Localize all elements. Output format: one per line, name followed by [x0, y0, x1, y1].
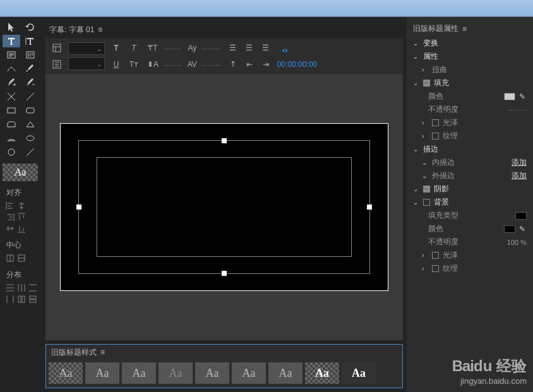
dist-1[interactable] — [5, 283, 15, 293]
delete-anchor-tool[interactable] — [21, 76, 39, 89]
align-left[interactable] — [5, 201, 15, 211]
texture-checkbox[interactable] — [432, 133, 439, 140]
align-top[interactable] — [16, 212, 27, 222]
style-preview-swatch[interactable]: Aa — [3, 163, 38, 181]
fill-color-swatch[interactable] — [504, 93, 515, 100]
ellipse-tool[interactable] — [21, 132, 39, 145]
align-right[interactable] — [5, 212, 15, 222]
italic-icon[interactable]: T — [126, 41, 141, 55]
sheen-checkbox[interactable] — [432, 119, 439, 126]
vertical-type-tool[interactable] — [21, 35, 39, 47]
underline-icon[interactable]: U — [109, 57, 124, 71]
bg-opacity-value[interactable]: 100 % — [507, 239, 527, 246]
align-vcenter[interactable] — [5, 223, 15, 234]
font-style-select[interactable]: ⌄ — [68, 57, 105, 70]
wedge-tool[interactable] — [21, 118, 39, 131]
tab-right-icon[interactable]: ⇥ — [258, 57, 273, 71]
prop-stroke[interactable]: ⌄描边 — [407, 143, 533, 156]
arc-tool[interactable] — [3, 132, 20, 145]
styles-menu-icon[interactable]: ≡ — [100, 348, 105, 357]
prop-shadow[interactable]: ⌄阴影 — [407, 182, 533, 196]
font-size-value[interactable]: ------- — [163, 45, 182, 52]
panel-tab-title[interactable]: 字幕: 字幕 01 — [49, 25, 94, 35]
inner-stroke-add[interactable]: 添加 — [512, 157, 527, 168]
styles-panel: 旧版标题样式 ≡ Aa Aa Aa Aa Aa Aa Aa Aa Aa — [45, 344, 403, 388]
eyedropper-icon[interactable]: ✎ — [519, 92, 527, 101]
bg-sheen-checkbox[interactable] — [432, 252, 439, 259]
bold-icon[interactable]: T — [109, 41, 124, 55]
tracking-value[interactable]: ------- — [202, 61, 221, 68]
bg-eyedropper-icon[interactable]: ✎ — [519, 225, 527, 234]
leading-value[interactable]: ------- — [163, 61, 182, 68]
dist-3[interactable] — [28, 283, 38, 293]
rounded-rect-tool[interactable] — [21, 104, 39, 117]
timecode-display[interactable]: 00:00:00:00 — [277, 60, 317, 69]
area-type-tool[interactable] — [3, 49, 20, 61]
tab-left-icon[interactable]: ⇤ — [242, 57, 257, 71]
svg-point-4 — [27, 136, 34, 141]
roll-crawl-icon[interactable] — [49, 57, 64, 71]
prop-attributes[interactable]: ⌄属性 — [407, 50, 533, 63]
vertical-area-type-tool[interactable] — [21, 49, 39, 61]
line-tool-2[interactable] — [21, 90, 39, 103]
prop-transform[interactable]: ⌄变换 — [407, 37, 533, 50]
kerning-value[interactable]: ------- — [202, 45, 221, 52]
safe-title-inner — [97, 157, 352, 257]
bg-filltype-swatch[interactable] — [515, 212, 527, 220]
center-vertical[interactable] — [5, 253, 15, 263]
outer-stroke-add[interactable]: 添加 — [512, 170, 527, 181]
align-right-text[interactable]: ☰ — [258, 41, 273, 55]
bg-color-swatch[interactable] — [504, 225, 515, 233]
pen-tool[interactable] — [21, 62, 39, 75]
tools-column: Aa 对齐 中心 分布 — [0, 17, 42, 392]
style-preset-1[interactable]: Aa — [49, 362, 83, 384]
bg-checkbox[interactable] — [423, 199, 430, 206]
line-tool[interactable] — [21, 146, 39, 158]
clipped-rect-tool[interactable] — [3, 118, 20, 131]
style-preset-4[interactable]: Aa — [159, 362, 193, 384]
center-horizontal[interactable] — [16, 253, 27, 263]
align-bottom[interactable] — [16, 223, 27, 234]
main-layout: Aa 对齐 中心 分布 字幕: 字幕 01 — [0, 17, 533, 392]
style-preset-3[interactable]: Aa — [122, 362, 156, 384]
align-hcenter[interactable] — [16, 201, 27, 211]
panel-menu-icon[interactable]: ≡ — [98, 25, 102, 34]
style-preset-2[interactable]: Aa — [85, 362, 119, 384]
dist-4[interactable] — [5, 294, 15, 304]
title-canvas[interactable] — [60, 123, 388, 291]
shadow-checkbox[interactable] — [423, 186, 430, 193]
bg-color-label: 颜色 — [428, 223, 500, 234]
dist-6[interactable] — [28, 294, 38, 304]
bg-texture-checkbox[interactable] — [432, 265, 439, 272]
properties-panel: 旧版标题属性 ≡ ⌄变换 ⌄属性 ›扭曲 ⌄填充 颜色✎ 不透明度-------… — [407, 17, 533, 392]
fill-checkbox[interactable] — [423, 80, 430, 86]
smallcaps-icon[interactable]: Tᴛ — [126, 57, 141, 71]
props-menu-icon[interactable]: ≡ — [462, 25, 467, 33]
convert-anchor-tool[interactable] — [3, 90, 20, 103]
dist-5[interactable] — [16, 294, 27, 304]
prop-distort[interactable]: ›扭曲 — [407, 63, 533, 76]
style-preset-5[interactable]: Aa — [195, 362, 229, 384]
style-preset-7[interactable]: Aa — [268, 362, 302, 384]
window-titlebar — [0, 0, 533, 17]
tab-icon[interactable]: ⤒ — [225, 57, 241, 71]
path-type-tool[interactable] — [3, 62, 20, 75]
rectangle-tool[interactable] — [3, 104, 20, 117]
circle-tool[interactable] — [3, 146, 20, 158]
style-preset-8[interactable]: Aa — [305, 362, 339, 384]
selection-tool[interactable] — [3, 21, 20, 33]
add-anchor-tool[interactable] — [3, 76, 20, 89]
prop-background[interactable]: ⌄背景 — [407, 196, 533, 209]
prop-fill[interactable]: ⌄填充 — [407, 76, 533, 90]
rotate-tool[interactable] — [21, 21, 39, 33]
align-center-text[interactable]: ☰ — [242, 41, 257, 55]
style-preset-6[interactable]: Aa — [232, 362, 266, 384]
type-tool[interactable] — [3, 35, 20, 47]
align-left-text[interactable]: ☰ — [225, 41, 241, 55]
templates-icon[interactable] — [49, 41, 64, 55]
font-family-select[interactable]: ⌄ — [68, 42, 105, 55]
svg-point-14 — [284, 49, 285, 51]
style-preset-9[interactable]: Aa — [342, 362, 376, 384]
dist-2[interactable] — [16, 283, 27, 293]
show-video-icon[interactable] — [277, 44, 292, 57]
